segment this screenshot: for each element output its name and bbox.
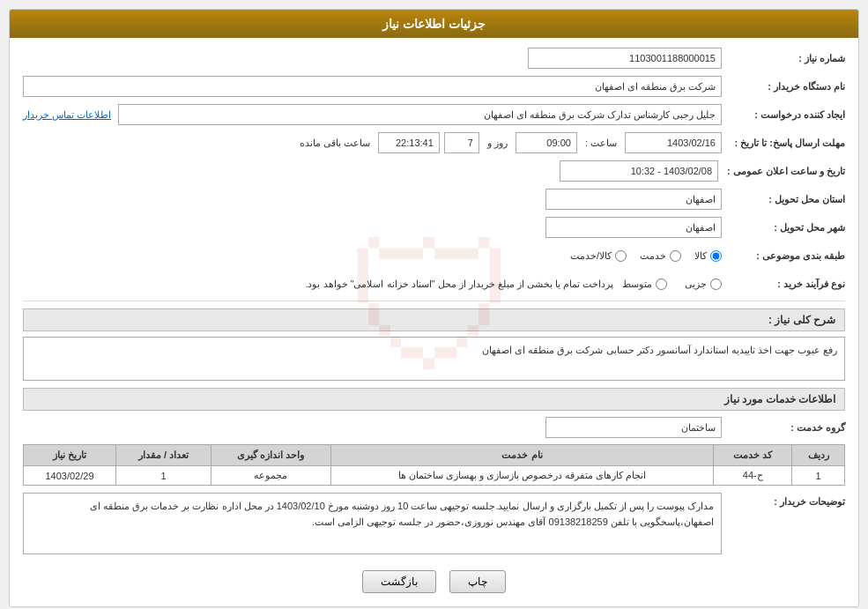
tabaqe-kala-khedmat-label: کالا/خدمت [570,250,612,262]
nam-dastgah-input[interactable] [23,76,722,97]
tabaqe-kala-radio[interactable] [710,250,722,262]
tabaqe-khedmat-option[interactable]: خدمت [640,250,681,262]
sharh-niaz-box: رفع عیوب جهت اخذ تاییدیه استاندارد آسانس… [23,337,845,381]
grohe-khedmat-label: گروه خدمت : [722,422,845,434]
mohlat-time-input[interactable] [516,132,577,153]
farayand-jozi-option[interactable]: جزیی [685,279,722,290]
print-button[interactable]: چاپ [449,570,506,593]
col-tedad: تعداد / مقدار [116,445,211,466]
cell-radif: 1 [792,466,845,486]
sharh-niaz-section-title: شرح کلی نیاز : [23,308,845,331]
shahr-label: شهر محل تحویل : [722,222,845,234]
mohlat-saat-label: ساعت : [585,137,617,149]
mohlat-remaining-label: ساعت باقی مانده [300,137,370,149]
tawzih-box: مدارک پیوست را پس از تکمیل بارگزاری و ار… [23,493,722,554]
tabaqe-kala-label: کالا [694,250,707,262]
col-radif: ردیف [792,445,845,466]
mohlat-days-input[interactable] [444,132,479,153]
shomare-niaz-label: شماره نیاز : [722,53,845,64]
farayand-motavaset-option[interactable]: متوسط [622,279,667,290]
noe-farayand-label: نوع فرآیند خرید : [722,279,845,290]
tabaqe-khedmat-radio[interactable] [670,250,681,262]
col-tarikh: تاریخ نیاز [24,445,116,466]
ostan-label: استان محل تحویل : [722,194,845,205]
back-button[interactable]: بازگشت [362,570,436,593]
mohlat-label: مهلت ارسال پاسخ: تا تاریخ : [722,137,845,149]
etelaat-tamas-link[interactable]: اطلاعات تماس خریدار [23,109,111,121]
mohlat-date-input[interactable] [625,132,722,153]
announce-label: تاریخ و ساعت اعلان عمومی : [718,166,845,177]
farayand-jozi-radio[interactable] [710,279,722,290]
service-table: ردیف کد خدمت نام خدمت واحد اندازه گیری ت… [23,444,845,486]
tabaqe-khedmat-label: خدمت [640,250,666,262]
announce-input[interactable] [560,160,718,182]
cell-tarikh: 1403/02/29 [24,466,116,486]
tabaqe-kala-khedmat-radio[interactable] [615,250,627,262]
farayand-jozi-label: جزیی [685,279,707,290]
nam-dastgah-label: نام دستگاه خریدار : [722,81,845,93]
shomare-niaz-input[interactable] [528,48,722,69]
col-name: نام خدمت [330,445,714,466]
mohlat-roz-label: روز و [487,137,508,149]
tawzih-label: توضیحات خریدار : [722,493,845,508]
farayand-motavaset-radio[interactable] [656,279,667,290]
cell-tedad: 1 [116,466,211,486]
tabaqe-label: طبقه بندی موضوعی : [722,250,845,262]
col-kod: کد خدمت [714,445,792,466]
mohlat-remaining-input[interactable] [378,132,440,153]
farayand-motavaset-label: متوسط [622,279,652,290]
shahr-input[interactable] [545,217,722,238]
khadamat-section-title: اطلاعات خدمات مورد نیاز [23,388,845,411]
cell-name: انجام کارهای متفرقه درخصوص بازسازی و بهس… [330,466,714,486]
col-vahed: واحد اندازه گیری [211,445,331,466]
grohe-khedmat-input[interactable] [545,417,722,438]
farayand-note: پرداخت تمام یا بخشی از مبلغ خریدار از مح… [305,279,613,290]
cell-vahed: مجموعه [211,466,331,486]
ostan-input[interactable] [545,189,722,210]
ijad-konnande-input[interactable] [118,104,722,125]
tabaqe-kala-khedmat-option[interactable]: کالا/خدمت [570,250,627,262]
tabaqe-kala-option[interactable]: کالا [694,250,722,262]
cell-kod: ح-44 [714,466,792,486]
page-header: جزئیات اطلاعات نیاز [10,10,858,38]
table-row: 1 ح-44 انجام کارهای متفرقه درخصوص بازساز… [24,466,845,486]
ijad-konnande-label: ایجاد کننده درخواست : [722,109,845,121]
